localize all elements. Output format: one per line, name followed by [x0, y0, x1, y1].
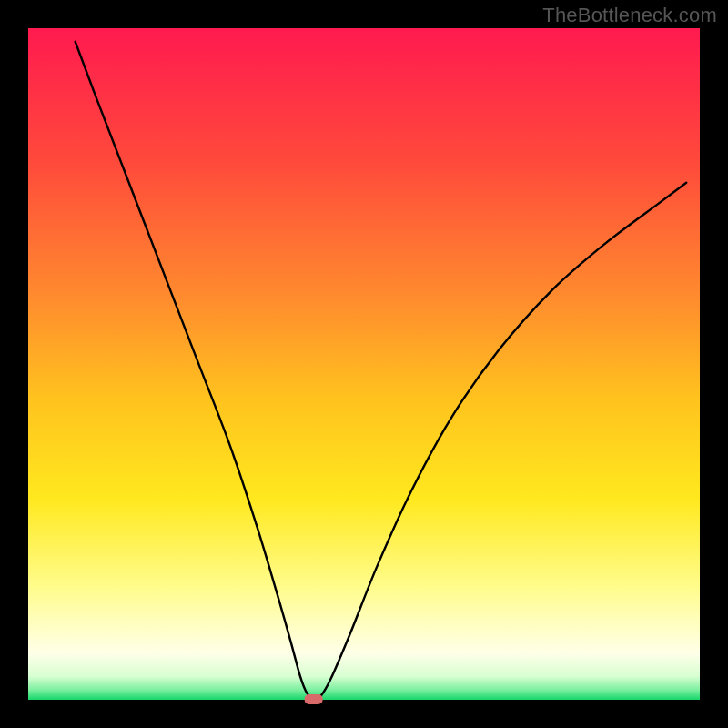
watermark-text: TheBottleneck.com — [542, 4, 717, 27]
chart-frame: TheBottleneck.com — [0, 0, 728, 728]
minimum-marker — [305, 694, 323, 704]
bottleneck-chart — [0, 0, 728, 728]
